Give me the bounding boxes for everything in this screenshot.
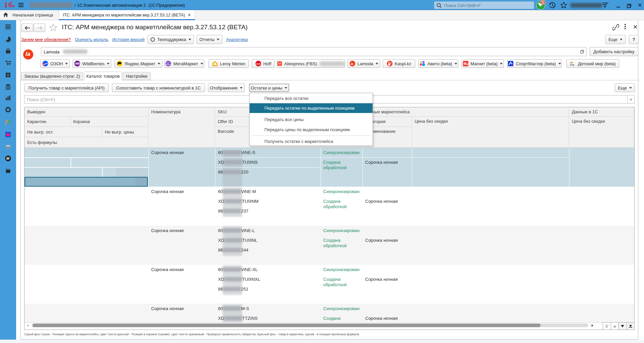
svg-text:Hoff: Hoff: [256, 63, 260, 65]
svg-text:la: la: [351, 62, 353, 66]
svg-text:мир: мир: [570, 64, 574, 66]
svg-text:WB: WB: [75, 62, 80, 65]
svg-text:маркет: маркет: [166, 64, 171, 65]
svg-text:M: M: [6, 156, 9, 160]
